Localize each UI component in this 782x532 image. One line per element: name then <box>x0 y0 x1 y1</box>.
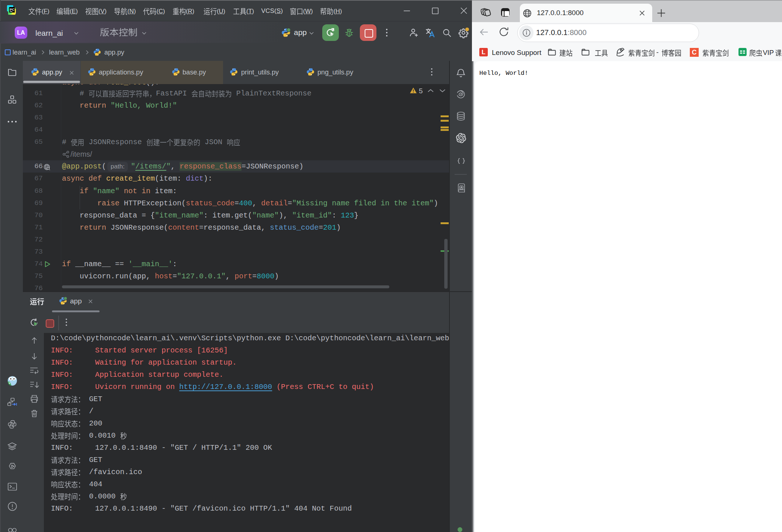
svg-text:PC: PC <box>10 8 15 11</box>
